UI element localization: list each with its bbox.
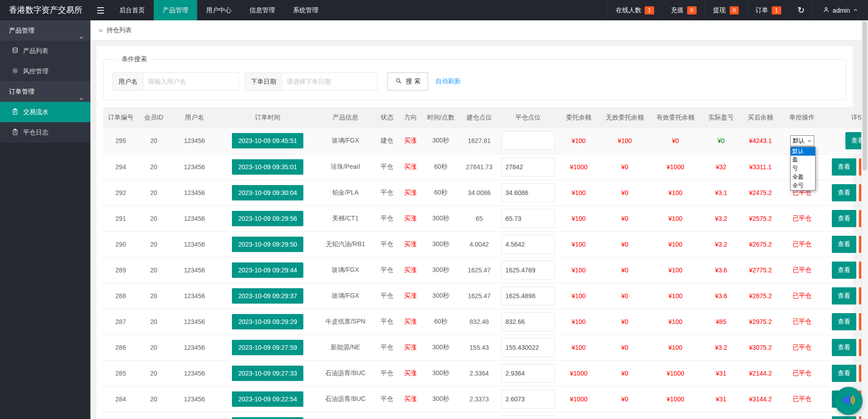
close-point-input[interactable] <box>501 157 555 176</box>
cell-duration: 300秒 <box>422 205 459 231</box>
money-value: ¥100 <box>668 267 682 274</box>
cell-status: 平仓 <box>375 386 399 412</box>
cell-order-time: 2023-10-09 09:29:37 <box>220 283 316 309</box>
cell-invalid-entrust: ¥0 <box>600 231 649 257</box>
topbar-stat[interactable]: 订单1 <box>747 0 789 20</box>
cell-order-id: 294 <box>103 154 138 180</box>
sidebar-group-订单管理[interactable]: 订单管理 <box>0 81 90 102</box>
cell-invalid-entrust: ¥0 <box>600 334 649 360</box>
table-row: 284201234562023-10-09 09:22:54石油沥青/BUC平仓… <box>103 386 868 412</box>
user-menu[interactable]: admin <box>812 0 868 20</box>
close-point-input[interactable] <box>501 415 555 419</box>
table-row: 287201234562023-10-09 09:29:29牛皮纸浆/SPN平仓… <box>103 309 868 334</box>
view-button[interactable]: 查看 <box>832 236 856 253</box>
profit-value: ¥0 <box>717 137 725 144</box>
dropdown-option[interactable]: 全盈 <box>791 173 815 181</box>
close-point-input[interactable] <box>501 209 555 228</box>
cell-order-time: 2023-10-09 09:27:59 <box>220 334 316 360</box>
money-value: ¥0 <box>621 241 628 248</box>
money-value: ¥2675.2 <box>749 241 772 248</box>
layers-icon <box>12 47 19 55</box>
cell-entrust: ¥100 <box>557 128 600 154</box>
audio-notification-button[interactable] <box>835 387 863 415</box>
close-point-input[interactable] <box>501 312 555 331</box>
refresh-button[interactable]: ↻ <box>789 0 812 20</box>
table-row: 292201234562023-10-09 09:30:04铂金/PLA平仓买涨… <box>103 180 868 205</box>
chevron-down-icon <box>79 89 84 110</box>
username-group: 用户名 <box>113 72 239 90</box>
topbar-menu-item[interactable]: 系统管理 <box>284 0 327 20</box>
close-point-input[interactable] <box>501 131 555 150</box>
topbar-menu-item[interactable]: 用户中心 <box>197 0 241 20</box>
control-select-wrap: 默认默认盈亏全盈全亏 <box>790 135 814 146</box>
view-button[interactable]: 查看 <box>832 184 856 201</box>
cell-control: 默认默认盈亏全盈全亏 <box>780 128 824 154</box>
search-button[interactable]: 搜 索 <box>387 72 428 90</box>
cell-order-id: 289 <box>103 257 138 283</box>
view-button[interactable]: 查看 <box>832 287 856 305</box>
close-point-input[interactable] <box>501 183 555 202</box>
breadcrumb-arrow-icon: » <box>99 26 103 35</box>
topbar-menu-item[interactable]: 产品管理 <box>154 0 197 20</box>
view-button[interactable]: 查看 <box>832 339 856 356</box>
money-value: ¥100 <box>668 344 682 351</box>
cell-direction: 买涨 <box>399 128 422 154</box>
topbar-menu-item[interactable]: 后台首页 <box>110 0 154 20</box>
view-button[interactable]: 查看 <box>832 210 856 227</box>
cell-direction: 买涨 <box>399 283 422 309</box>
cell-member-id: 20 <box>138 154 169 180</box>
cell-entrust: ¥100 <box>557 309 600 334</box>
cell-member-id: 20 <box>138 360 169 386</box>
topbar-stat[interactable]: 在线人数1 <box>607 0 662 20</box>
scrollbar-thumb[interactable] <box>863 21 867 171</box>
topbar-menu-item[interactable]: 信息管理 <box>241 0 284 20</box>
vertical-scrollbar[interactable] <box>861 20 868 419</box>
main-content: 条件搜索 用户名 下单日期 搜 索 自动刷新 订单编号会员ID用户名订单时 <box>90 41 868 419</box>
money-value: ¥0 <box>621 318 628 325</box>
close-point-input[interactable] <box>501 338 555 357</box>
sidebar-item-交易流水[interactable]: 交易流水 <box>0 102 90 122</box>
view-button[interactable]: 查看 <box>832 262 856 279</box>
order-date-input[interactable] <box>282 72 377 90</box>
sidebar-item-风控管理[interactable]: 风控管理 <box>0 61 90 81</box>
close-point-input[interactable] <box>501 261 555 280</box>
dropdown-option[interactable]: 盈 <box>791 156 815 164</box>
cell-entrust: ¥1000 <box>557 386 600 412</box>
topbar-stat[interactable]: 充值0 <box>662 0 705 20</box>
username-input[interactable] <box>143 72 239 90</box>
order-time-badge: 2023-10-09 09:21:20 <box>232 417 303 419</box>
close-point-input[interactable] <box>501 286 555 305</box>
close-point-input[interactable] <box>501 235 555 254</box>
table-row: 285201234562023-10-09 09:27:33石油沥青/BUC平仓… <box>103 360 868 386</box>
cell-balance: ¥2775.2 <box>741 257 780 283</box>
cell-member-id: 20 <box>138 334 169 360</box>
cell-status: 平仓 <box>375 283 399 309</box>
view-button[interactable]: 查看 <box>832 416 856 419</box>
cell-status: 平仓 <box>375 205 399 231</box>
sidebar-item-平仓日志[interactable]: 平仓日志 <box>0 122 90 143</box>
sidebar-item-产品列表[interactable]: 产品列表 <box>0 41 90 61</box>
cell-direction: 买涨 <box>399 309 422 334</box>
money-value: ¥1000 <box>570 370 588 377</box>
cell-balance: ¥3311.1 <box>741 154 780 180</box>
money-value: ¥100 <box>571 292 585 300</box>
dropdown-option[interactable]: 亏 <box>791 164 815 173</box>
cell-invalid-entrust: ¥0 <box>600 283 649 309</box>
topbar-stat[interactable]: 提现0 <box>705 0 747 20</box>
sidebar-item-label: 平仓日志 <box>23 129 48 137</box>
cell-invalid-entrust: ¥0 <box>600 180 649 205</box>
control-select[interactable]: 默认 <box>790 135 814 146</box>
cell-username: 123456 <box>169 231 220 257</box>
view-button[interactable]: 查看 <box>832 158 856 176</box>
view-button[interactable]: 查看 <box>832 365 856 382</box>
close-point-input[interactable] <box>501 364 555 383</box>
dropdown-option[interactable]: 默认 <box>791 147 815 156</box>
auto-refresh-link[interactable]: 自动刷新 <box>435 77 461 86</box>
money-value: ¥100 <box>571 267 585 274</box>
dropdown-option[interactable]: 全亏 <box>791 181 815 190</box>
view-button[interactable]: 查看 <box>832 313 856 330</box>
close-point-input[interactable] <box>501 390 555 409</box>
sidebar-group-产品管理[interactable]: 产品管理 <box>0 20 90 41</box>
hamburger-menu-icon[interactable] <box>90 0 110 20</box>
cell-direction: 买涨 <box>399 205 422 231</box>
